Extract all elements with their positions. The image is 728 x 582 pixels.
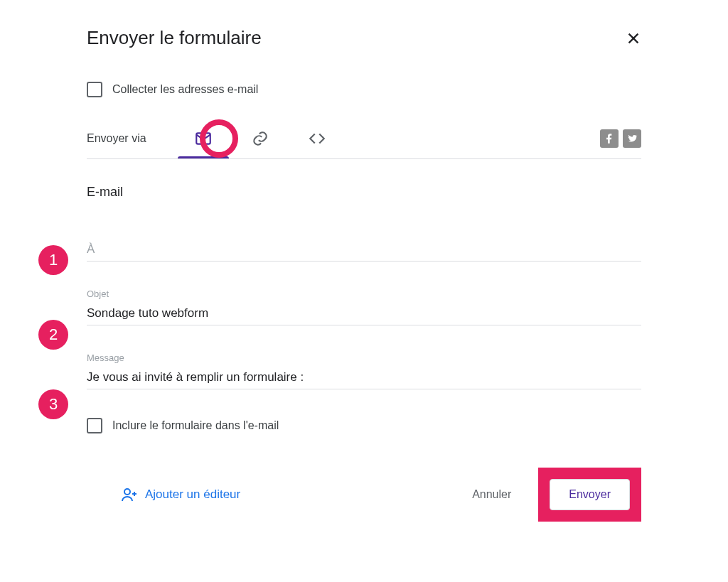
twitter-icon bbox=[626, 133, 638, 144]
email-section-title: E-mail bbox=[87, 185, 641, 200]
tab-link[interactable] bbox=[232, 119, 289, 158]
annotation-badge-3: 3 bbox=[38, 389, 68, 419]
tab-embed[interactable] bbox=[289, 119, 346, 158]
send-button[interactable]: Envoyer bbox=[550, 479, 630, 510]
svg-point-3 bbox=[124, 489, 130, 495]
add-editor-label: Ajouter un éditeur bbox=[145, 487, 240, 502]
person-add-icon bbox=[121, 486, 138, 503]
send-via-label: Envoyer via bbox=[87, 132, 175, 145]
add-editor-button[interactable]: Ajouter un éditeur bbox=[121, 486, 240, 503]
include-form-label: Inclure le formulaire dans l'e-mail bbox=[112, 419, 279, 432]
collect-emails-label: Collecter les adresses e-mail bbox=[112, 83, 258, 96]
include-form-checkbox[interactable] bbox=[87, 418, 102, 433]
tab-email[interactable] bbox=[175, 119, 232, 158]
facebook-icon bbox=[604, 133, 615, 144]
collect-emails-checkbox[interactable] bbox=[87, 82, 102, 97]
annotation-badge-2: 2 bbox=[38, 320, 68, 350]
message-input[interactable] bbox=[87, 366, 641, 389]
send-form-dialog: Envoyer le formulaire Collecter les adre… bbox=[87, 27, 641, 522]
dialog-title: Envoyer le formulaire bbox=[87, 27, 262, 49]
share-twitter-button[interactable] bbox=[623, 129, 641, 148]
cancel-button[interactable]: Annuler bbox=[466, 481, 517, 508]
mail-icon bbox=[194, 129, 213, 148]
share-facebook-button[interactable] bbox=[600, 129, 619, 148]
link-icon bbox=[251, 129, 269, 148]
close-button[interactable] bbox=[626, 31, 641, 46]
send-via-tabs: Envoyer via bbox=[87, 119, 641, 159]
subject-input[interactable] bbox=[87, 302, 641, 325]
to-input[interactable] bbox=[87, 238, 641, 262]
subject-label: Objet bbox=[87, 289, 641, 299]
annotation-highlight-send: Envoyer bbox=[538, 468, 641, 522]
field-to bbox=[87, 238, 641, 262]
embed-icon bbox=[308, 129, 326, 148]
close-icon bbox=[626, 31, 641, 46]
annotation-badge-1: 1 bbox=[38, 245, 68, 275]
message-label: Message bbox=[87, 352, 641, 363]
field-message: Message bbox=[87, 352, 641, 389]
field-subject: Objet bbox=[87, 289, 641, 325]
